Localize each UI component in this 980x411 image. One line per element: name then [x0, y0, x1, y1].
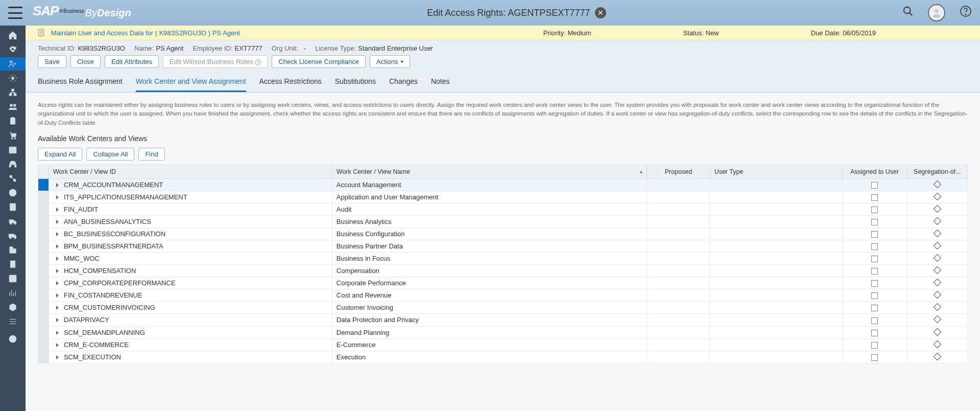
search-icon[interactable]	[902, 6, 914, 20]
table-row[interactable]: BC_BUSINESSCONFIGURATIONBusiness Configu…	[38, 228, 968, 240]
row-handle[interactable]	[38, 326, 49, 338]
sidebar-item-headset[interactable]	[0, 157, 26, 171]
chevron-right-icon[interactable]	[56, 208, 59, 212]
sidebar-item-calendar[interactable]	[0, 143, 26, 156]
sidebar-item-access-rights[interactable]	[0, 57, 26, 71]
sidebar-item-globe[interactable]	[0, 186, 26, 199]
sidebar-item-truck[interactable]	[0, 229, 26, 242]
chevron-right-icon[interactable]	[56, 232, 59, 236]
col-user-type[interactable]: User Type	[710, 165, 842, 178]
row-handle[interactable]	[38, 191, 49, 203]
assigned-checkbox[interactable]	[871, 219, 878, 225]
col-work-center-id[interactable]: Work Center / View ID	[49, 165, 332, 178]
chevron-right-icon[interactable]	[56, 281, 59, 285]
assigned-checkbox[interactable]	[871, 305, 878, 311]
diamond-icon[interactable]	[934, 217, 942, 225]
assigned-checkbox[interactable]	[871, 292, 878, 299]
row-handle[interactable]	[38, 277, 49, 289]
chevron-right-icon[interactable]	[56, 318, 59, 322]
sidebar-item-org[interactable]	[0, 86, 26, 99]
notification-link[interactable]: Maintain User and Access Data for ( K983…	[51, 29, 240, 37]
chevron-right-icon[interactable]	[56, 331, 59, 335]
assigned-checkbox[interactable]	[871, 354, 878, 361]
chevron-right-icon[interactable]	[56, 195, 59, 199]
check-license-button[interactable]: Check License Compliance	[272, 55, 366, 68]
diamond-icon[interactable]	[934, 230, 942, 238]
sidebar-item-clock[interactable]	[0, 332, 26, 346]
row-handle[interactable]	[38, 215, 49, 227]
assigned-checkbox[interactable]	[871, 194, 878, 201]
col-assigned[interactable]: Assigned to User	[842, 165, 907, 178]
sidebar-item-link[interactable]	[0, 172, 26, 185]
table-row[interactable]: DATAPRIVACYData Protection and Privacy	[38, 314, 968, 326]
chevron-right-icon[interactable]	[56, 244, 59, 248]
chevron-right-icon[interactable]	[56, 269, 59, 273]
row-handle[interactable]	[38, 302, 49, 314]
sidebar-item-clipboard[interactable]	[0, 115, 26, 128]
diamond-icon[interactable]	[934, 303, 942, 311]
sidebar-item-cart[interactable]	[0, 129, 26, 142]
sidebar-item-receipt[interactable]	[0, 258, 26, 271]
table-row[interactable]: FIN_COSTANDREVENUECost and Revenue	[38, 289, 968, 302]
sidebar-item-analytics[interactable]	[0, 286, 26, 300]
table-row[interactable]: CRM_CUSTOMERINVOICINGCustomer Invoicing	[38, 302, 968, 314]
assigned-checkbox[interactable]	[871, 317, 878, 324]
assigned-checkbox[interactable]	[871, 231, 878, 238]
row-handle[interactable]	[38, 228, 49, 240]
tab-work-center-view-assignment[interactable]: Work Center and View Assignment	[136, 72, 246, 92]
row-handle[interactable]	[38, 289, 49, 302]
sidebar-item-cube[interactable]	[0, 301, 26, 314]
tab-access-restrictions[interactable]: Access Restrictions	[259, 72, 322, 92]
col-work-center-name[interactable]: Work Center / View Name▲	[332, 165, 647, 178]
tab-notes[interactable]: Notes	[431, 72, 450, 92]
expand-all-button[interactable]: Expand All	[38, 148, 82, 161]
row-handle[interactable]	[38, 178, 49, 191]
tab-substitutions[interactable]: Substitutions	[335, 72, 376, 92]
sidebar-item-delivery[interactable]	[0, 215, 26, 228]
close-button[interactable]: Close	[70, 55, 101, 68]
row-handle[interactable]	[38, 314, 49, 326]
sidebar-item-gear[interactable]	[0, 72, 26, 85]
table-row[interactable]: ITS_APPLICATIONUSERMANAGEMENTApplication…	[38, 191, 968, 203]
help-icon[interactable]	[960, 5, 972, 20]
table-row[interactable]: FIN_AUDITAudit	[38, 203, 968, 215]
collapse-all-button[interactable]: Collapse All	[86, 148, 134, 161]
table-row[interactable]: ANA_BUSINESSANALYTICSBusiness Analytics	[38, 215, 968, 227]
diamond-icon[interactable]	[934, 352, 942, 360]
table-row[interactable]: MMC_WOCBusiness in Focus	[38, 253, 968, 265]
assigned-checkbox[interactable]	[871, 342, 878, 349]
table-row[interactable]: BPM_BUSINESSPARTNERDATABusiness Partner …	[38, 240, 968, 253]
sidebar-item-list[interactable]	[0, 315, 26, 328]
diamond-icon[interactable]	[934, 254, 942, 262]
diamond-icon[interactable]	[934, 180, 942, 189]
col-proposed[interactable]: Proposed	[647, 165, 710, 178]
diamond-icon[interactable]	[934, 193, 942, 201]
assigned-checkbox[interactable]	[871, 182, 878, 189]
table-row[interactable]: CPM_CORPORATEPERFORMANCECorporate Perfor…	[38, 277, 968, 289]
chevron-right-icon[interactable]	[56, 306, 59, 310]
sidebar-item-refresh[interactable]	[0, 43, 26, 56]
assigned-checkbox[interactable]	[871, 207, 878, 213]
diamond-icon[interactable]	[934, 291, 942, 299]
tab-business-role-assignment[interactable]: Business Role Assignment	[38, 72, 123, 92]
col-segregation[interactable]: Segregation-of...	[907, 165, 967, 178]
diamond-icon[interactable]	[934, 242, 942, 250]
table-row[interactable]: CRM_E-COMMERCEE-Commerce	[38, 338, 968, 351]
chevron-right-icon[interactable]	[56, 343, 59, 347]
table-row[interactable]: HCM_COMPENSATIONCompensation	[38, 265, 968, 277]
save-button[interactable]: Save	[38, 55, 66, 68]
avatar[interactable]	[928, 4, 945, 21]
menu-icon[interactable]	[8, 7, 22, 19]
table-row[interactable]: CRM_ACCOUNTMANAGEMENTAccount Management	[38, 178, 968, 191]
sidebar-item-office[interactable]	[0, 243, 26, 257]
diamond-icon[interactable]	[934, 266, 942, 275]
row-handle[interactable]	[38, 265, 49, 277]
row-handle[interactable]	[38, 253, 49, 265]
close-icon[interactable]: ✕	[595, 7, 606, 18]
assigned-checkbox[interactable]	[871, 268, 878, 275]
chevron-right-icon[interactable]	[56, 220, 59, 224]
chevron-right-icon[interactable]	[56, 257, 59, 261]
actions-button[interactable]: Actions	[370, 55, 410, 68]
row-handle[interactable]	[38, 240, 49, 253]
assigned-checkbox[interactable]	[871, 280, 878, 287]
